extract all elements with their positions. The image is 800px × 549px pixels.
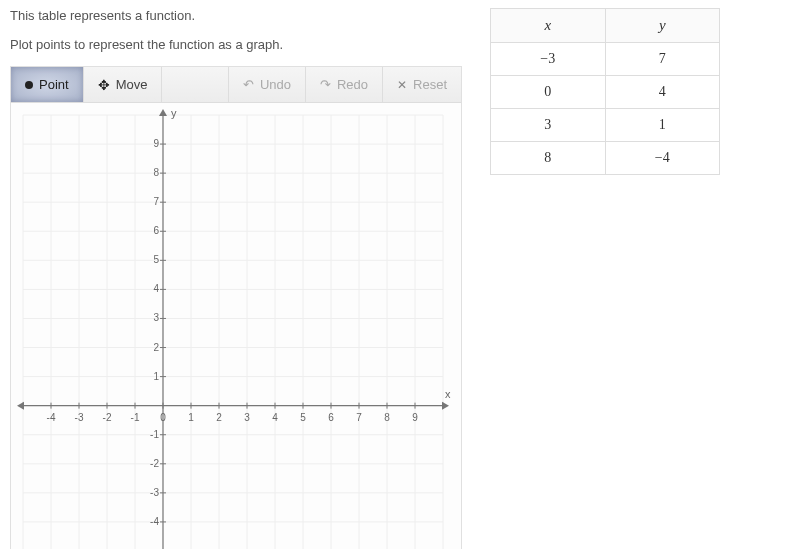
reset-icon: ✕ — [397, 78, 407, 92]
y-tick-label: -1 — [141, 429, 159, 440]
y-tick-label: 4 — [141, 283, 159, 294]
toolbar-spacer — [162, 67, 228, 102]
x-tick-label: 5 — [295, 412, 311, 423]
undo-icon: ↶ — [243, 77, 254, 92]
move-icon: ✥ — [98, 77, 110, 93]
cell-y: 1 — [605, 109, 720, 142]
point-tool-button[interactable]: Point — [11, 67, 84, 102]
cell-y: 4 — [605, 76, 720, 109]
y-tick-label: -4 — [141, 516, 159, 527]
x-tick-label: 7 — [351, 412, 367, 423]
function-table: x y −3 7 0 4 3 1 8 −4 — [490, 8, 720, 175]
x-tick-label: 8 — [379, 412, 395, 423]
x-axis-label: x — [445, 388, 451, 400]
instructions: This table represents a function. Plot p… — [10, 8, 470, 52]
cell-y: −4 — [605, 142, 720, 175]
y-tick-label: -3 — [141, 487, 159, 498]
y-tick-label: -2 — [141, 458, 159, 469]
x-tick-label: 4 — [267, 412, 283, 423]
x-tick-label: 1 — [183, 412, 199, 423]
table-row: 3 1 — [491, 109, 720, 142]
undo-label: Undo — [260, 77, 291, 92]
x-tick-label: -2 — [99, 412, 115, 423]
x-tick-label: 9 — [407, 412, 423, 423]
table-row: 8 −4 — [491, 142, 720, 175]
instruction-line-2: Plot points to represent the function as… — [10, 37, 470, 52]
cell-x: −3 — [491, 43, 606, 76]
grid-svg — [11, 103, 461, 549]
cell-y: 7 — [605, 43, 720, 76]
move-tool-button[interactable]: ✥ Move — [84, 67, 163, 102]
y-tick-label: 6 — [141, 225, 159, 236]
y-tick-label: 9 — [141, 138, 159, 149]
table-row: 0 4 — [491, 76, 720, 109]
redo-button[interactable]: ↷ Redo — [306, 67, 383, 102]
x-tick-label: -4 — [43, 412, 59, 423]
y-tick-label: 2 — [141, 342, 159, 353]
y-tick-label: 1 — [141, 371, 159, 382]
x-tick-label: 6 — [323, 412, 339, 423]
graph-widget: Point ✥ Move ↶ Undo ↷ Redo ✕ Reset — [10, 66, 462, 549]
reset-button[interactable]: ✕ Reset — [383, 67, 461, 102]
x-tick-label: 0 — [155, 412, 171, 423]
header-y: y — [605, 9, 720, 43]
x-tick-label: 3 — [239, 412, 255, 423]
x-tick-label: -3 — [71, 412, 87, 423]
reset-label: Reset — [413, 77, 447, 92]
cell-x: 0 — [491, 76, 606, 109]
redo-icon: ↷ — [320, 77, 331, 92]
move-label: Move — [116, 77, 148, 92]
cell-x: 3 — [491, 109, 606, 142]
x-tick-label: 2 — [211, 412, 227, 423]
point-icon — [25, 81, 33, 89]
graph-toolbar: Point ✥ Move ↶ Undo ↷ Redo ✕ Reset — [11, 67, 461, 103]
y-tick-label: 8 — [141, 167, 159, 178]
redo-label: Redo — [337, 77, 368, 92]
header-x: x — [491, 9, 606, 43]
y-axis-label: y — [171, 107, 177, 119]
instruction-line-1: This table represents a function. — [10, 8, 470, 23]
cell-x: 8 — [491, 142, 606, 175]
undo-button[interactable]: ↶ Undo — [229, 67, 306, 102]
x-tick-label: -1 — [127, 412, 143, 423]
table-row: −3 7 — [491, 43, 720, 76]
y-tick-label: 7 — [141, 196, 159, 207]
table-header-row: x y — [491, 9, 720, 43]
point-label: Point — [39, 77, 69, 92]
y-tick-label: 5 — [141, 254, 159, 265]
y-tick-label: 3 — [141, 312, 159, 323]
coordinate-plane[interactable]: y x -4-3-2-10123456789-4-3-2-1123456789 — [11, 103, 461, 549]
